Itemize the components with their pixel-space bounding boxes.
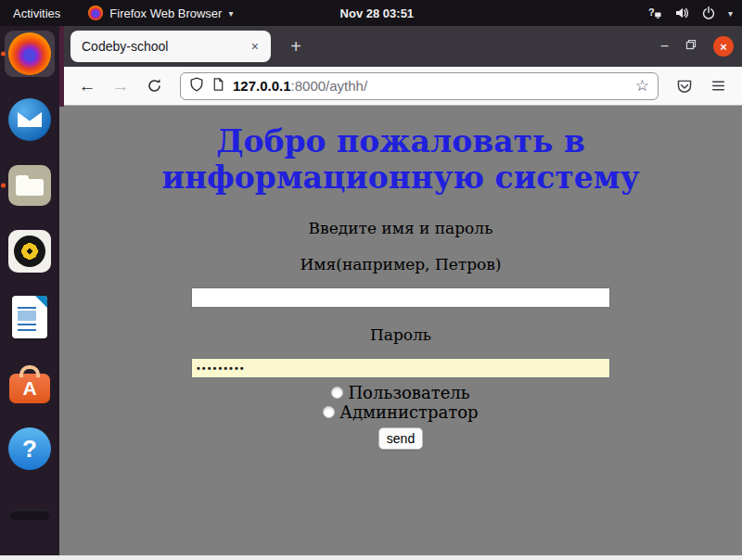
page-content: Добро пожаловать в информационную систем… (59, 106, 742, 560)
screen: Activities Firefox Web Browser ▾ Nov 28 … (0, 0, 742, 560)
minimize-button[interactable]: − (660, 39, 669, 54)
help-icon (8, 427, 51, 470)
new-tab-button[interactable]: + (282, 32, 310, 60)
dock-item-software[interactable] (5, 360, 55, 406)
browser-tab[interactable]: Codeby-school × (70, 31, 271, 62)
volume-icon (674, 6, 689, 20)
svg-text:?: ? (648, 6, 655, 18)
dock-item-help[interactable] (5, 426, 55, 472)
page-info-icon[interactable] (211, 77, 225, 95)
role-option-user[interactable]: Пользователь (59, 384, 742, 401)
wallpaper-sliver (59, 26, 64, 107)
app-menu[interactable]: Firefox Web Browser ▾ (88, 6, 233, 20)
back-button[interactable]: ← (72, 72, 102, 100)
dock-item-rhythmbox[interactable] (5, 228, 55, 274)
name-input[interactable] (191, 287, 610, 308)
restore-button[interactable] (684, 38, 697, 55)
password-label: Пароль (59, 325, 742, 344)
shield-icon[interactable] (189, 77, 204, 95)
network-question-icon: ? (647, 6, 662, 20)
software-icon (9, 374, 50, 403)
pocket-icon[interactable] (670, 72, 699, 100)
radio-icon[interactable] (323, 406, 335, 418)
bottom-strip (0, 555, 742, 560)
system-status-menu[interactable]: ? ▾ (647, 6, 733, 20)
files-icon (8, 165, 51, 206)
hidden-app-icon (9, 509, 50, 520)
bookmark-star-icon[interactable]: ☆ (635, 76, 649, 95)
url-path: :8000/aythh/ (291, 78, 368, 94)
firefox-icon (8, 32, 51, 75)
power-icon (701, 6, 716, 20)
page-title: Добро пожаловать в информационную систем… (141, 124, 660, 196)
role-option-label: Администратор (339, 403, 478, 421)
role-radio-group: Пользователь Администратор (59, 384, 742, 421)
dock-item-thunderbird[interactable] (5, 96, 55, 143)
system-top-bar: Activities Firefox Web Browser ▾ Nov 28 … (0, 0, 742, 26)
name-label: Имя(например, Петров) (59, 255, 742, 274)
close-button[interactable]: × (713, 36, 734, 57)
hamburger-menu-icon[interactable] (703, 72, 733, 100)
dock (0, 26, 59, 560)
forward-button[interactable]: → (106, 72, 135, 100)
navigation-toolbar: ← → 127.0.0.1:8000/aythh/ ☆ (59, 67, 742, 106)
url-host: 127.0.0.1 (233, 78, 291, 94)
firefox-window: Codeby-school × + − × ← → (59, 26, 742, 560)
dock-item-files[interactable] (5, 162, 55, 209)
clock[interactable]: Nov 28 03:51 (340, 0, 415, 26)
caret-down-icon: ▾ (728, 8, 733, 19)
radio-icon[interactable] (331, 387, 343, 399)
tab-strip: Codeby-school × + − × (59, 26, 742, 67)
dock-item-hidden-app[interactable] (5, 491, 55, 538)
firefox-mini-icon (88, 6, 103, 20)
reload-button[interactable] (139, 72, 169, 100)
tab-title: Codeby-school (82, 39, 248, 54)
rhythmbox-icon (8, 230, 51, 273)
thunderbird-icon (8, 98, 51, 141)
role-option-label: Пользователь (348, 384, 469, 401)
dock-item-writer[interactable] (5, 294, 55, 340)
password-input[interactable] (191, 358, 610, 378)
tab-close-icon[interactable]: × (248, 37, 262, 56)
url-bar[interactable]: 127.0.0.1:8000/aythh/ ☆ (180, 72, 659, 100)
caret-down-icon: ▾ (228, 8, 233, 19)
app-menu-label: Firefox Web Browser (109, 6, 222, 20)
url-text: 127.0.0.1:8000/aythh/ (233, 78, 628, 94)
running-indicator (1, 52, 6, 57)
dock-item-firefox[interactable] (5, 31, 55, 77)
activities-button[interactable]: Activities (9, 6, 64, 20)
role-option-admin[interactable]: Администратор (59, 403, 742, 421)
send-button[interactable]: send (378, 427, 423, 450)
form-subtitle: Введите имя и пароль (59, 219, 742, 237)
running-indicator (1, 184, 6, 188)
writer-icon (12, 296, 47, 338)
